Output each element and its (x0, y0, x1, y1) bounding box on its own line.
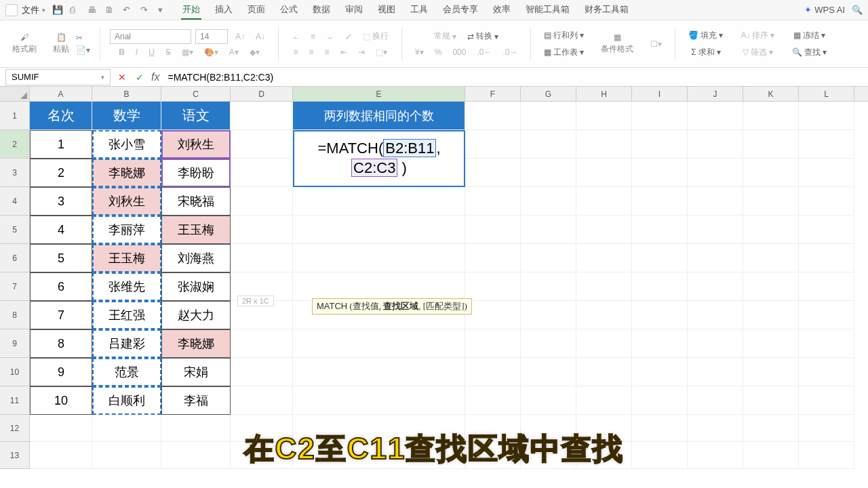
cell[interactable] (688, 244, 743, 272)
col-header[interactable]: E (293, 87, 465, 101)
row-header[interactable]: 12 (0, 415, 30, 442)
cell[interactable] (632, 272, 688, 301)
cell[interactable] (632, 187, 688, 216)
fx-icon[interactable]: fx (151, 71, 159, 83)
preview-icon[interactable]: 🗎 (105, 5, 116, 16)
cell[interactable] (799, 442, 854, 469)
ribbon-tab[interactable]: 会员专享 (441, 1, 479, 20)
cell[interactable] (743, 216, 799, 244)
row-header[interactable]: 6 (0, 244, 30, 272)
decrease-font-icon[interactable]: A↓ (252, 29, 269, 44)
cell[interactable]: 9 (30, 358, 92, 386)
cell[interactable] (688, 442, 743, 469)
cell[interactable] (743, 130, 799, 159)
cell[interactable] (688, 415, 743, 442)
fill-button[interactable]: 🪣 填充▾ (685, 28, 726, 43)
cell[interactable] (465, 187, 521, 216)
cell[interactable]: 范景 (92, 358, 161, 386)
cell[interactable] (465, 272, 521, 301)
cell[interactable] (231, 159, 293, 187)
cell[interactable] (743, 187, 799, 216)
cell[interactable] (465, 216, 521, 244)
search-icon[interactable]: 🔍 (852, 5, 863, 15)
cell[interactable] (799, 102, 854, 130)
cell[interactable] (632, 244, 688, 272)
cell[interactable] (688, 130, 743, 159)
ribbon-tab[interactable]: 开始 (181, 1, 201, 20)
cell[interactable]: 8 (30, 329, 92, 358)
cell[interactable] (576, 216, 632, 244)
indent-dec-icon[interactable]: ⇤ (337, 45, 351, 59)
cell[interactable]: 两列数据相同的个数 (293, 102, 465, 130)
col-header[interactable]: B (92, 87, 161, 101)
cell[interactable] (632, 301, 688, 329)
cell[interactable] (30, 442, 92, 469)
cell[interactable] (743, 159, 799, 187)
cell[interactable]: 吕建彩 (92, 329, 161, 358)
row-header[interactable]: 2 (0, 130, 30, 159)
cell[interactable] (521, 386, 576, 415)
cell[interactable] (293, 216, 465, 244)
sort-button[interactable]: A↓ 排序▾ (737, 28, 778, 43)
cell[interactable] (231, 102, 293, 130)
underline-icon[interactable]: U (145, 45, 158, 59)
cell[interactable] (521, 272, 576, 301)
cell[interactable] (231, 216, 293, 244)
cell[interactable] (632, 329, 688, 358)
cell[interactable] (293, 386, 465, 415)
cell[interactable]: 刘秋生 (92, 187, 161, 216)
cell[interactable] (799, 301, 854, 329)
currency-icon[interactable]: ¥▾ (412, 45, 427, 59)
ribbon-tab[interactable]: 页面 (246, 1, 267, 20)
cell[interactable] (293, 329, 465, 358)
cell[interactable]: 5 (30, 244, 92, 272)
cell[interactable] (799, 216, 854, 244)
cell[interactable] (688, 159, 743, 187)
cell[interactable] (521, 301, 576, 329)
cell[interactable] (799, 358, 854, 386)
cell[interactable] (521, 159, 576, 187)
number-format-select[interactable]: 常规 ▾ (431, 28, 460, 44)
cell[interactable] (521, 358, 576, 386)
cell[interactable] (161, 415, 231, 442)
cell[interactable] (743, 442, 799, 469)
cell[interactable]: 张小雪 (92, 130, 161, 159)
wrap-button[interactable]: ⬚ 换行 (359, 28, 392, 44)
dec-inc-icon[interactable]: .0← (473, 45, 495, 59)
cell[interactable] (465, 329, 521, 358)
ribbon-tab[interactable]: 智能工具箱 (524, 1, 571, 20)
cell[interactable] (576, 329, 632, 358)
cell[interactable] (799, 244, 854, 272)
cell[interactable]: 7 (30, 301, 92, 329)
ribbon-tab[interactable]: 工具 (409, 1, 429, 20)
cell[interactable] (231, 130, 293, 159)
cell[interactable] (30, 415, 92, 442)
worksheet-button[interactable]: ▦ 工作表▾ (540, 45, 587, 60)
cell[interactable] (799, 187, 854, 216)
col-header[interactable]: I (632, 87, 688, 101)
row-header[interactable]: 1 (0, 102, 30, 130)
cell[interactable]: 李福 (161, 386, 231, 415)
cell[interactable] (632, 415, 688, 442)
cell[interactable]: 语文 (161, 102, 231, 130)
align-bot-icon[interactable]: ⫠ (323, 30, 338, 43)
cell[interactable] (688, 358, 743, 386)
export-icon[interactable]: ⎙ (70, 5, 81, 16)
undo-icon[interactable]: ↶ (123, 5, 134, 16)
cell[interactable] (688, 386, 743, 415)
align-top-icon[interactable]: ⫠ (288, 30, 303, 43)
ribbon-tab[interactable]: 插入 (214, 1, 234, 20)
cell[interactable] (576, 130, 632, 159)
row-col-button[interactable]: ▤ 行和列▾ (540, 28, 587, 43)
cell[interactable]: 名次 (30, 102, 92, 130)
cell[interactable]: 4 (30, 216, 92, 244)
save-icon[interactable]: 💾 (52, 5, 63, 16)
confirm-icon[interactable]: ✓ (134, 71, 146, 83)
row-header[interactable]: 8 (0, 301, 30, 329)
cell[interactable]: 李盼盼 (161, 159, 231, 187)
align-right-icon[interactable]: ≡ (321, 45, 333, 59)
indent-inc-icon[interactable]: ⇥ (355, 45, 368, 59)
ribbon-tab[interactable]: 数据 (311, 1, 332, 20)
copy-icon[interactable]: 📄▾ (76, 45, 90, 55)
cell[interactable] (293, 272, 465, 301)
